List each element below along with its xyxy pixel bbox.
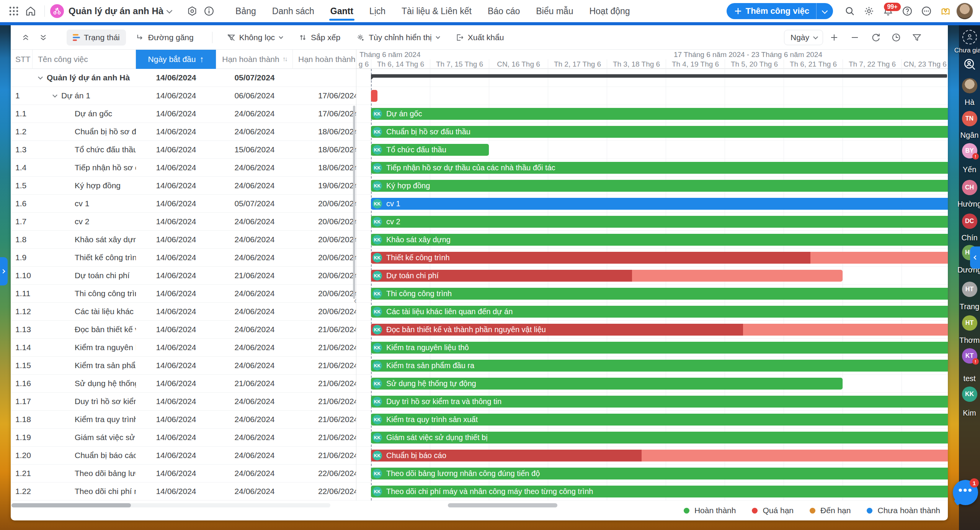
add-task-dropdown[interactable] <box>817 9 833 14</box>
gantt-bar[interactable]: KKDự án gốc <box>371 108 948 120</box>
assignee-avatar[interactable]: KK <box>372 199 382 209</box>
table-vertical-scrollbar[interactable] <box>353 106 355 299</box>
assignee-avatar[interactable]: KK <box>372 487 382 496</box>
tab-l-ch[interactable]: Lịch <box>361 0 394 22</box>
chevron-down-icon[interactable] <box>38 75 43 80</box>
table-row[interactable]: 1.19Giám sát việc sử dụng thiết bị14/06/… <box>11 429 356 447</box>
gantt-bar[interactable]: KKKhảo sát xây dựng <box>371 234 948 246</box>
tab-b-o-c-o[interactable]: Báo cáo <box>480 0 528 22</box>
apps-grid-icon[interactable] <box>5 3 22 20</box>
assignee-avatar[interactable]: KK <box>372 217 382 227</box>
search-member-icon[interactable] <box>963 57 977 71</box>
gantt-bar[interactable]: KKChuẩn bị báo cáo <box>371 450 948 462</box>
table-hscroll-thumb[interactable] <box>11 503 131 507</box>
table-row[interactable]: 1.8Khảo sát xây dựng14/06/202424/06/2024… <box>11 231 356 249</box>
gantt-bar[interactable]: KKKiểm tra sản phẩm đầu ra <box>371 360 948 372</box>
assignee-avatar[interactable]: KK <box>372 343 382 352</box>
rail-collapse-button[interactable] <box>970 246 980 269</box>
member-avatar[interactable]: DC <box>962 214 977 229</box>
refresh-icon[interactable] <box>867 29 884 46</box>
assignee-avatar[interactable]: KK <box>372 433 382 442</box>
tab-t-i-li-u-li-n-k-t[interactable]: Tài liệu & Liên kết <box>394 0 480 22</box>
assignee-avatar[interactable]: KK <box>372 235 382 245</box>
add-task-button[interactable]: Thêm công việc <box>727 3 833 19</box>
chevron-down-icon[interactable] <box>52 93 57 98</box>
member-avatar[interactable]: TN <box>962 111 977 126</box>
gantt-bar[interactable]: KKSử dụng hệ thống tự động <box>371 378 843 390</box>
gantt-bar[interactable]: KKGiám sát việc sử dụng thiết bị <box>371 432 948 444</box>
critical-path-button[interactable]: Đường găng <box>130 29 200 46</box>
table-row[interactable]: 1.20Chuẩn bị báo cáo14/06/202424/06/2024… <box>11 447 356 465</box>
tab-b-ng[interactable]: Bảng <box>227 0 264 22</box>
table-row[interactable]: 1.14Kiểm tra nguyên liệu thô14/06/202424… <box>11 339 356 357</box>
time-icon[interactable] <box>888 29 904 46</box>
table-row[interactable]: 1.3Tổ chức đấu thầu14/06/202415/06/20241… <box>11 141 356 159</box>
more-options-icon[interactable] <box>918 3 935 20</box>
table-row[interactable]: 1.7cv 214/06/202424/06/202420/06/2024 <box>11 213 356 231</box>
assignee-avatar[interactable]: KK <box>372 307 382 316</box>
table-row[interactable]: 1.22Theo dõi chi phí máy và nhân công má… <box>11 483 356 501</box>
header-start-date[interactable]: Ngày bắt đầu ↑ <box>136 50 216 69</box>
project-selector[interactable]: Quản lý dự án anh Hà <box>50 4 174 18</box>
gantt-bar[interactable]: KKKiểm tra quy trình sản xuất <box>371 414 948 426</box>
table-row[interactable]: 1.18Kiểm tra quy trình sản xuất14/06/202… <box>11 411 356 429</box>
help-icon[interactable] <box>899 3 916 20</box>
table-row[interactable]: 1.21Theo dõi bảng lương nhân công đúng t… <box>11 465 356 483</box>
table-row[interactable]: 1.16Sử dụng hệ thống tự động14/06/202421… <box>11 375 356 393</box>
table-row[interactable]: 1Dự án 114/06/202406/06/202417/06/2024 <box>11 87 356 105</box>
table-row[interactable]: 1.1Dự án gốc14/06/202424/06/202417/06/20… <box>11 105 356 123</box>
table-row[interactable]: 1.10Dự toán chi phí14/06/202421/06/20242… <box>11 267 356 285</box>
unassigned-filter[interactable] <box>962 30 977 44</box>
member-avatar[interactable]: KT! <box>962 348 977 364</box>
overdue-stub-bar[interactable] <box>371 90 377 102</box>
assignee-avatar[interactable]: KK <box>372 397 382 406</box>
status-toggle-button[interactable]: Trạng thái <box>67 29 126 46</box>
assignee-avatar[interactable]: KK <box>372 379 382 388</box>
gantt-bar[interactable]: KKCác tài liệu khác liên quan đến dự án <box>371 306 948 318</box>
gantt-bar[interactable]: KKDự toán chi phí <box>371 270 843 282</box>
table-row[interactable]: 1.6cv 114/06/202405/07/202420/06/2024 <box>11 195 356 213</box>
home-icon[interactable] <box>22 3 39 20</box>
assignee-avatar[interactable]: KK <box>372 415 382 424</box>
gantt-bar[interactable]: KKChuẩn bị hồ sơ đấu thầu <box>371 126 948 138</box>
tab-danh-s-ch[interactable]: Danh sách <box>264 0 322 22</box>
gantt-bar[interactable]: KKThi công công trình <box>371 288 948 300</box>
gantt-bar[interactable]: KKDuy trì hồ sơ kiểm tra và thông tin <box>371 396 948 408</box>
table-row[interactable]: 1.11Thi công công trình14/06/202424/06/2… <box>11 285 356 303</box>
project-settings-icon[interactable] <box>184 3 201 20</box>
table-row[interactable]: 1.12Các tài liệu khác liên quan đến dự á… <box>11 303 356 321</box>
gantt-bar[interactable]: KKĐọc bản thiết kế và thành phần nguyên … <box>371 324 948 336</box>
gantt-bar[interactable]: KKTiếp nhận hồ sơ dự thầu của các nhà th… <box>371 162 948 174</box>
tab-ho-t-ng[interactable]: Hoạt động <box>581 0 638 22</box>
assignee-avatar[interactable]: KK <box>372 361 382 370</box>
gear-icon[interactable] <box>861 3 877 20</box>
chat-button[interactable]: 1 ••• <box>953 480 978 505</box>
assignee-avatar[interactable]: KK <box>372 271 382 280</box>
notifications-bell-icon[interactable]: 99+ <box>880 3 897 20</box>
gantt-bar[interactable]: KKKiểm tra nguyên liệu thô <box>371 342 948 354</box>
funnel-icon[interactable] <box>909 29 925 46</box>
member-avatar[interactable]: HT <box>962 282 977 297</box>
member-avatar[interactable]: CH <box>962 180 977 195</box>
header-due-date[interactable]: Hạn hoàn thành ↑↓ <box>216 50 293 69</box>
gantt-bar[interactable]: KKTheo dõi chi phí máy và nhân công máy … <box>371 486 948 497</box>
filter-button[interactable]: Không lọc <box>221 29 289 46</box>
gantt-bar[interactable]: KKTheo dõi bảng lương nhân công đúng tiế… <box>371 468 948 479</box>
user-avatar[interactable] <box>956 3 973 20</box>
table-row[interactable]: 1.17Duy trì hồ sơ kiểm tra và thông tin1… <box>11 393 356 411</box>
table-row[interactable]: 1.4Tiếp nhận hồ sơ dự thầu của các nhà t… <box>11 159 356 177</box>
zoom-level-select[interactable]: Ngày <box>784 30 823 45</box>
zoom-in-icon[interactable] <box>826 29 842 46</box>
member-avatar[interactable]: KK <box>962 386 977 402</box>
table-row[interactable]: 1.13Đọc bản thiết kế và thành phần nguyê… <box>11 321 356 339</box>
assignee-avatar[interactable]: KK <box>372 289 382 298</box>
left-panel-expand-button[interactable] <box>0 257 8 285</box>
expand-all-icon[interactable] <box>35 29 51 46</box>
assignee-avatar[interactable]: KK <box>372 253 382 263</box>
assignee-avatar[interactable]: KK <box>372 127 382 137</box>
display-settings-button[interactable]: Tùy chỉnh hiển thị <box>350 29 446 46</box>
header-stt[interactable]: STT <box>11 50 33 69</box>
tab-gantt[interactable]: Gantt <box>322 0 361 22</box>
header-baseline-date[interactable]: Hạn hoàn thành b <box>293 50 356 69</box>
assignee-avatar[interactable]: KK <box>372 469 382 478</box>
